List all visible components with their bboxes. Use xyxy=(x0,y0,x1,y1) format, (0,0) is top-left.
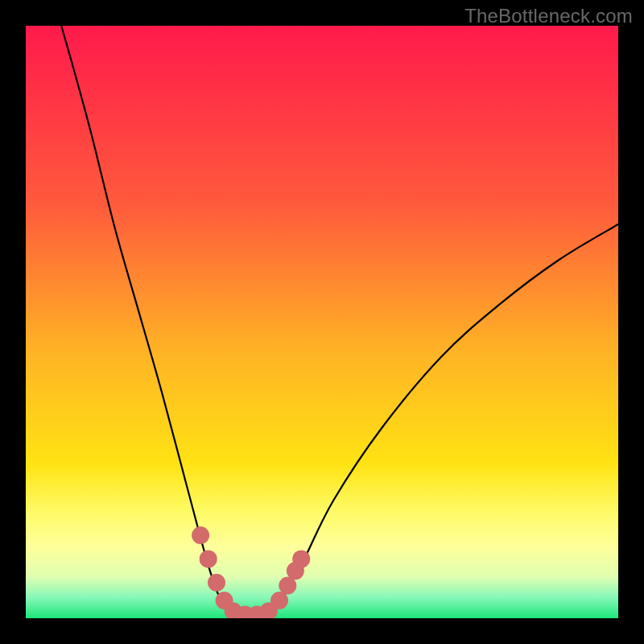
gradient-background xyxy=(26,26,618,618)
highlight-dot xyxy=(192,526,209,544)
highlight-dot xyxy=(208,574,225,592)
chart-svg xyxy=(26,26,618,618)
chart-container: TheBottleneck.com xyxy=(0,0,644,644)
plot-area xyxy=(26,26,618,618)
watermark-text: TheBottleneck.com xyxy=(464,5,633,27)
highlight-dot xyxy=(270,592,288,609)
highlight-dot xyxy=(200,550,217,568)
highlight-dot xyxy=(292,550,310,568)
